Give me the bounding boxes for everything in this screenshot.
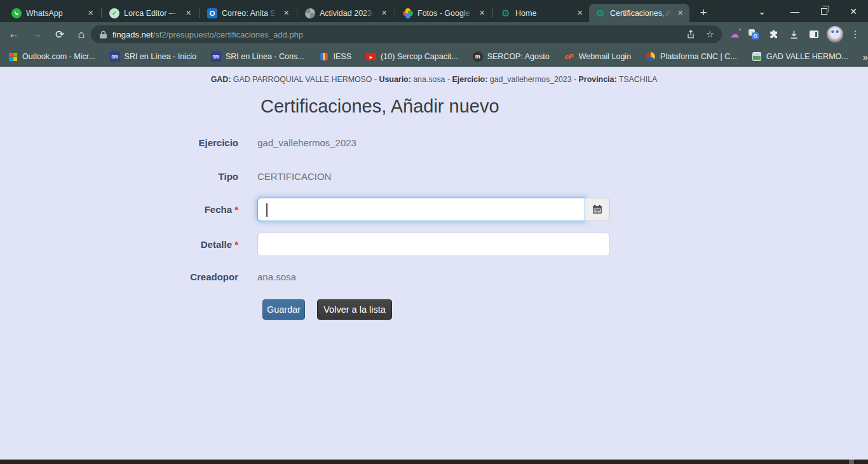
gad-icon xyxy=(752,51,762,62)
context-bar: GAD: GAD PARROQUIAL VALLE HERMOSO - Usua… xyxy=(0,75,868,84)
youtube-icon: ▶ xyxy=(366,51,376,62)
ejercicio-label: Ejercicio xyxy=(0,137,238,148)
bookmark-label: (10) Sercop Capacit... xyxy=(381,52,458,61)
required-asterisk: * xyxy=(234,239,238,250)
window-controls: ⌄ — ✕ xyxy=(747,0,868,22)
bookmark-star-icon[interactable]: ☆ xyxy=(706,29,714,40)
usuario-value: ana.sosa - xyxy=(411,75,452,84)
outlook-icon: O xyxy=(207,8,217,18)
restore-icon xyxy=(821,8,827,15)
close-icon[interactable]: ✕ xyxy=(281,8,292,18)
cnc-icon xyxy=(646,51,656,62)
sri-icon: SRI xyxy=(211,51,221,62)
close-icon[interactable]: ✕ xyxy=(675,8,686,18)
sercop-icon: m xyxy=(473,51,483,62)
translate-icon[interactable]: G xyxy=(745,22,762,46)
tab-separator xyxy=(199,8,200,18)
minimize-button[interactable]: — xyxy=(780,0,810,22)
tab-title: Actividad 2023-0 xyxy=(320,8,374,18)
creadopor-label: Creadopor xyxy=(0,271,238,282)
tab-search-chevron-icon[interactable]: ⌄ xyxy=(747,0,776,22)
detalle-input[interactable] xyxy=(257,233,610,256)
google-photos-icon xyxy=(403,8,413,18)
home-button[interactable]: ⌂ xyxy=(72,22,90,46)
tab-actividad[interactable]: Actividad 2023-0 ✕ xyxy=(299,4,393,22)
fecha-label: Fecha * xyxy=(0,204,238,215)
tab-title: Certificaciones, A xyxy=(610,8,670,18)
bookmark-label: GAD VALLE HERMO... xyxy=(766,52,848,61)
ejercicio-value: gad_vallehermos_2023 xyxy=(257,137,356,148)
tab-google-fotos[interactable]: Fotos - Google F ✕ xyxy=(397,4,491,22)
calendar-icon xyxy=(592,205,602,214)
calendar-button[interactable] xyxy=(585,198,610,221)
tab-certificaciones-active[interactable]: ⚙ Certificaciones, A ✕ xyxy=(589,4,689,22)
tab-whatsapp[interactable]: WhatsApp ✕ xyxy=(5,4,100,22)
new-tab-button[interactable]: + xyxy=(695,4,712,22)
address-bar[interactable]: fingads.net/sf2/presupuesto/certificacio… xyxy=(91,25,722,43)
downloads-icon[interactable] xyxy=(785,22,802,46)
tab-separator xyxy=(395,8,395,18)
tab-title: Home xyxy=(515,8,570,18)
gear-icon: ⚙ xyxy=(595,8,606,18)
lock-icon xyxy=(100,31,107,39)
cpanel-icon: cP xyxy=(564,51,574,62)
bookmark-label: Outlook.com - Micr... xyxy=(22,52,95,61)
required-asterisk: * xyxy=(234,204,238,215)
fecha-input[interactable] xyxy=(257,198,585,221)
browser-menu-icon[interactable]: ⋮ xyxy=(848,22,863,46)
gad-value: GAD PARROQUIAL VALLE HERMOSO - xyxy=(231,75,379,84)
close-icon[interactable]: ✕ xyxy=(85,8,96,18)
close-icon[interactable]: ✕ xyxy=(379,8,390,18)
bookmark-sri-consultas[interactable]: SRI SRI en Línea - Cons... xyxy=(211,51,304,62)
bookmark-sri-inicio[interactable]: SRI SRI en Línea - Inicio xyxy=(110,51,196,62)
whatsapp-icon xyxy=(11,8,22,18)
tab-strip: WhatsApp ✕ ✓ Lorca Editor — El ✕ O Corre… xyxy=(0,0,868,22)
bookmark-label: Plataforma CNC | C... xyxy=(660,52,737,61)
reload-button[interactable]: ⟳ xyxy=(51,22,69,46)
close-window-button[interactable]: ✕ xyxy=(839,0,868,22)
forward-button[interactable]: → xyxy=(28,22,46,46)
bookmark-sercop-agosto[interactable]: m SERCOP: Agosto xyxy=(473,51,550,62)
bottom-edge-notch xyxy=(849,460,854,464)
back-button[interactable]: ← xyxy=(5,22,23,46)
tab-correo-outlook[interactable]: O Correo: Anita Sos ✕ xyxy=(201,4,295,22)
tipo-label: Tipo xyxy=(0,171,238,182)
share-icon[interactable] xyxy=(686,29,696,39)
bookmark-sercop-youtube[interactable]: ▶ (10) Sercop Capacit... xyxy=(366,51,458,62)
bookmark-iess[interactable]: IESS xyxy=(319,51,352,62)
close-icon[interactable]: ✕ xyxy=(574,8,585,18)
extension-cloud-icon[interactable]: ☁ xyxy=(726,22,743,46)
avatar xyxy=(827,26,843,43)
tab-home[interactable]: ⚙ Home ✕ xyxy=(494,4,589,22)
bookmark-webmail[interactable]: cP Webmail Login xyxy=(564,51,631,62)
guardar-button[interactable]: Guardar xyxy=(262,299,305,320)
microsoft-icon xyxy=(8,51,18,62)
tab-title: WhatsApp xyxy=(26,8,81,18)
tab-lorca-editor[interactable]: ✓ Lorca Editor — El ✕ xyxy=(103,4,198,22)
restore-button[interactable] xyxy=(810,0,839,22)
globe-icon xyxy=(305,8,315,18)
bookmark-plataforma-cnc[interactable]: Plataforma CNC | C... xyxy=(646,51,737,62)
bookmark-gad-valle-hermoso[interactable]: GAD VALLE HERMO... xyxy=(752,51,848,62)
ejercicio-value: gad_vallehermos_2023 - xyxy=(487,75,578,84)
tab-list: WhatsApp ✕ ✓ Lorca Editor — El ✕ O Corre… xyxy=(5,4,712,22)
url-path: /sf2/presupuesto/certificaciones_add.php xyxy=(153,30,303,39)
gad-label: GAD: xyxy=(211,75,231,84)
extensions-puzzle-icon[interactable] xyxy=(765,22,782,46)
bookmark-outlook[interactable]: Outlook.com - Micr... xyxy=(8,51,95,62)
tab-title: Lorca Editor — El xyxy=(124,8,179,18)
close-icon[interactable]: ✕ xyxy=(183,8,194,18)
bookmark-label: SERCOP: Agosto xyxy=(487,52,550,61)
bottom-edge-bar xyxy=(0,460,868,464)
side-panel-icon[interactable] xyxy=(805,22,823,46)
tipo-value: CERTIFICACION xyxy=(257,171,331,182)
profile-avatar[interactable] xyxy=(825,22,845,46)
browser-toolbar: ← → ⟳ ⌂ fingads.net/sf2/presupuesto/cert… xyxy=(0,22,868,46)
bookmark-label: SRI en Línea - Cons... xyxy=(226,52,304,61)
tab-title: Correo: Anita Sos xyxy=(222,8,276,18)
close-icon[interactable]: ✕ xyxy=(477,8,487,18)
bookmarks-overflow-icon[interactable]: » xyxy=(863,51,868,62)
bookmark-label: SRI en Línea - Inicio xyxy=(125,52,196,61)
volver-button[interactable]: Volver a la lista xyxy=(317,299,392,320)
bookmark-label: Webmail Login xyxy=(579,52,631,61)
